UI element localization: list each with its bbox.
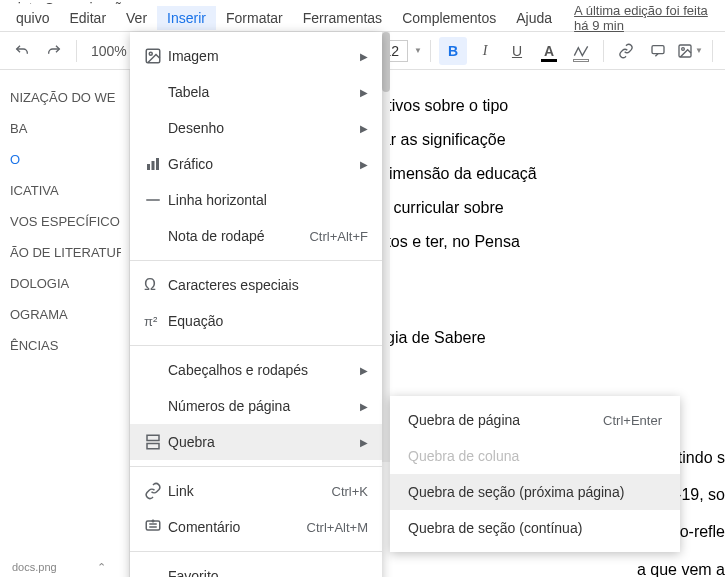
hr-icon — [144, 191, 168, 209]
submenu-label: Quebra de seção (contínua) — [408, 520, 662, 536]
menu-item-comentário[interactable]: ComentárioCtrl+Alt+M — [130, 509, 382, 545]
menu-item-favorito[interactable]: Favorito — [130, 558, 382, 577]
chart-icon — [144, 155, 168, 173]
menu-item-label: Cabeçalhos e rodapés — [168, 362, 354, 378]
last-edit-note[interactable]: A última edição foi feita há 9 min — [574, 3, 719, 33]
menu-item-nota-de-rodapé[interactable]: Nota de rodapéCtrl+Alt+F — [130, 218, 382, 254]
comment-icon — [144, 518, 168, 536]
menu-ferramentas[interactable]: Ferramentas — [293, 6, 392, 30]
menu-item-label: Desenho — [168, 120, 354, 136]
submenu-arrow-icon: ▶ — [360, 159, 368, 170]
menu-bar: quivoEditarVerInserirFormatarFerramentas… — [0, 4, 725, 32]
svg-rect-9 — [147, 435, 159, 440]
outline-item[interactable]: BA — [0, 113, 121, 144]
svg-rect-0 — [652, 45, 664, 53]
menu-item-label: Favorito — [168, 568, 368, 577]
menu-item-label: Link — [168, 483, 332, 499]
separator — [603, 40, 604, 62]
menu-item-link[interactable]: LinkCtrl+K — [130, 473, 382, 509]
outline-item[interactable]: ICATIVA — [0, 175, 121, 206]
svg-point-2 — [682, 47, 685, 50]
highlight-button[interactable] — [567, 37, 595, 65]
menu-item-label: Quebra — [168, 434, 354, 450]
footer: docs.png ⌃ — [0, 557, 106, 577]
menu-separator — [130, 345, 382, 346]
submenu-arrow-icon: ▶ — [360, 87, 368, 98]
submenu-label: Quebra de coluna — [408, 448, 662, 464]
break-submenu: Quebra de páginaCtrl+EnterQuebra de colu… — [390, 396, 680, 552]
footer-chevron-icon[interactable]: ⌃ — [97, 561, 106, 574]
link-icon — [144, 482, 168, 500]
menu-scrollbar[interactable] — [382, 32, 390, 462]
svg-rect-10 — [147, 444, 159, 449]
menu-separator — [130, 551, 382, 552]
menu-item-quebra[interactable]: Quebra▶ — [130, 424, 382, 460]
menu-item-caracteres-especiais[interactable]: ΩCaracteres especiais — [130, 267, 382, 303]
svg-rect-6 — [152, 161, 155, 170]
outline-item[interactable]: OGRAMA — [0, 299, 121, 330]
menu-item-label: Linha horizontal — [168, 192, 368, 208]
submenu-item-quebra-de-se-o-cont-nua-[interactable]: Quebra de seção (contínua) — [390, 510, 680, 546]
menu-formatar[interactable]: Formatar — [216, 6, 293, 30]
insert-comment-button[interactable] — [644, 37, 672, 65]
menu-inserir[interactable]: Inserir — [157, 6, 216, 30]
menu-item-equação[interactable]: π²Equação — [130, 303, 382, 339]
menu-item-cabeçalhos-e-rodapés[interactable]: Cabeçalhos e rodapés▶ — [130, 352, 382, 388]
submenu-arrow-icon: ▶ — [360, 437, 368, 448]
menu-item-label: Caracteres especiais — [168, 277, 368, 293]
menu-item-números-de-página[interactable]: Números de página▶ — [130, 388, 382, 424]
outline-item[interactable]: VOS ESPECÍFICO — [0, 206, 121, 237]
separator — [712, 40, 713, 62]
bold-button[interactable]: B — [439, 37, 467, 65]
menu-item-desenho[interactable]: Desenho▶ — [130, 110, 382, 146]
text-color-button[interactable]: A — [535, 37, 563, 65]
omega-icon: Ω — [144, 276, 168, 294]
menu-item-label: Números de página — [168, 398, 354, 414]
menu-complementos[interactable]: Complementos — [392, 6, 506, 30]
menu-quivo[interactable]: quivo — [6, 6, 59, 30]
document-outline: NIZAÇÃO DO WEBAOICATIVAVOS ESPECÍFICOÃO … — [0, 70, 130, 577]
menu-item-label: Comentário — [168, 519, 307, 535]
outline-item[interactable]: ÃO DE LITERATURA — [0, 237, 121, 268]
outline-item[interactable]: NIZAÇÃO DO WE — [0, 82, 121, 113]
footer-filename: docs.png — [12, 561, 57, 573]
menu-item-label: Gráfico — [168, 156, 354, 172]
svg-rect-7 — [156, 158, 159, 170]
menu-editar[interactable]: Editar — [59, 6, 116, 30]
menu-item-label: Tabela — [168, 84, 354, 100]
redo-button[interactable] — [40, 37, 68, 65]
menu-item-imagem[interactable]: Imagem▶ — [130, 38, 382, 74]
underline-button[interactable]: U — [503, 37, 531, 65]
insert-menu: Imagem▶Tabela▶Desenho▶Gráfico▶Linha hori… — [130, 32, 382, 577]
menu-ajuda[interactable]: Ajuda — [506, 6, 562, 30]
menu-separator — [130, 260, 382, 261]
submenu-item-quebra-de-se-o-pr-xima-p-gina-[interactable]: Quebra de seção (próxima página) — [390, 474, 680, 510]
menu-ver[interactable]: Ver — [116, 6, 157, 30]
svg-point-4 — [149, 52, 152, 55]
submenu-label: Quebra de página — [408, 412, 603, 428]
menu-item-label: Nota de rodapé — [168, 228, 309, 244]
outline-item[interactable]: DOLOGIA — [0, 268, 121, 299]
insert-link-button[interactable] — [612, 37, 640, 65]
outline-item[interactable]: ÊNCIAS — [0, 330, 121, 361]
submenu-arrow-icon: ▶ — [360, 51, 368, 62]
submenu-label: Quebra de seção (próxima página) — [408, 484, 662, 500]
outline-item[interactable]: O — [0, 144, 121, 175]
italic-button[interactable]: I — [471, 37, 499, 65]
submenu-shortcut: Ctrl+Enter — [603, 413, 662, 428]
pi-icon: π² — [144, 314, 168, 329]
submenu-item-quebra-de-p-gina[interactable]: Quebra de páginaCtrl+Enter — [390, 402, 680, 438]
menu-item-label: Imagem — [168, 48, 354, 64]
menu-separator — [130, 466, 382, 467]
submenu-arrow-icon: ▶ — [360, 401, 368, 412]
submenu-item-quebra-de-coluna: Quebra de coluna — [390, 438, 680, 474]
insert-image-button[interactable]: ▼ — [676, 37, 704, 65]
undo-button[interactable] — [8, 37, 36, 65]
menu-item-tabela[interactable]: Tabela▶ — [130, 74, 382, 110]
menu-item-gráfico[interactable]: Gráfico▶ — [130, 146, 382, 182]
separator — [430, 40, 431, 62]
menu-item-linha-horizontal[interactable]: Linha horizontal — [130, 182, 382, 218]
svg-rect-5 — [147, 164, 150, 170]
break-icon — [144, 433, 168, 451]
submenu-arrow-icon: ▶ — [360, 365, 368, 376]
